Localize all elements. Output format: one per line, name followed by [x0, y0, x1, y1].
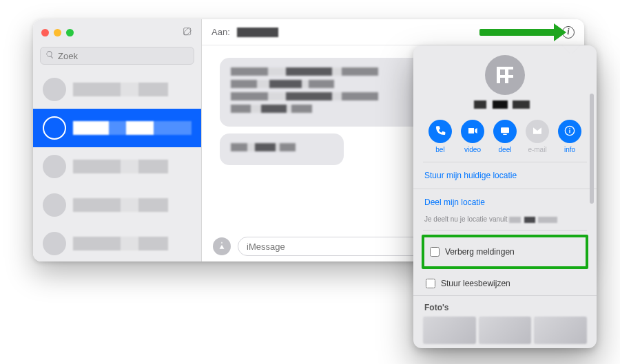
- info-icon: [564, 125, 575, 138]
- recipient-name[interactable]: [237, 28, 278, 37]
- compose-new-message-button[interactable]: [182, 26, 193, 39]
- action-label: deel: [499, 146, 512, 153]
- mail-icon: [532, 125, 543, 138]
- conversation-preview: [73, 83, 192, 96]
- avatar: [43, 193, 66, 217]
- avatar: [43, 155, 66, 178]
- search-icon: [45, 50, 58, 61]
- hide-alerts-row[interactable]: Verberg meldingen: [427, 240, 583, 264]
- hide-alerts-checkbox[interactable]: [430, 247, 440, 257]
- call-button[interactable]: bel: [426, 120, 455, 153]
- action-label: e-mail: [528, 146, 546, 153]
- tutorial-highlight: Verberg meldingen: [422, 235, 588, 269]
- avatar: [43, 116, 66, 140]
- sidebar: [33, 19, 202, 261]
- email-button: e-mail: [523, 120, 552, 153]
- contact-actions: bel video deel e-mail info: [423, 116, 587, 162]
- send-read-receipts-label: Stuur leesbewijzen: [441, 279, 510, 288]
- share-button[interactable]: deel: [490, 120, 519, 153]
- avatar: [43, 232, 66, 255]
- contact-header: [423, 45, 587, 116]
- conversation-item[interactable]: [33, 224, 201, 261]
- photo-thumbnail[interactable]: [534, 317, 587, 344]
- close-window-button[interactable]: [41, 29, 49, 36]
- photo-thumbnail[interactable]: [479, 317, 532, 344]
- contact-name: [474, 100, 536, 109]
- conversation-preview: [73, 121, 192, 135]
- zoom-window-button[interactable]: [66, 29, 74, 36]
- conversation-item[interactable]: [33, 70, 201, 109]
- apps-button[interactable]: [213, 237, 231, 255]
- svg-rect-2: [503, 133, 506, 134]
- action-label: video: [464, 146, 481, 153]
- contact-avatar[interactable]: [485, 55, 525, 95]
- titlebar: [33, 19, 201, 45]
- recipient-bar: Aan: i: [202, 19, 584, 45]
- action-label: bel: [435, 146, 444, 153]
- send-current-location-link[interactable]: Stuur mijn huidige locatie: [423, 162, 587, 189]
- to-label: Aan:: [211, 27, 230, 37]
- photos-section-title: Foto's: [423, 296, 587, 317]
- minimize-window-button[interactable]: [54, 29, 61, 36]
- search-field[interactable]: [40, 47, 194, 65]
- tutorial-arrow: [479, 29, 555, 36]
- send-read-receipts-checkbox[interactable]: [426, 279, 435, 288]
- details-popover: bel video deel e-mail info Stuur mijn hu…: [413, 45, 597, 348]
- conversation-item[interactable]: [33, 109, 201, 147]
- svg-rect-5: [569, 128, 570, 129]
- conversation-item[interactable]: [33, 186, 201, 224]
- scrollbar[interactable]: [590, 94, 594, 204]
- conversation-preview: [73, 160, 192, 173]
- screen-share-icon: [499, 125, 510, 138]
- phone-icon: [435, 125, 446, 138]
- avatar: [43, 78, 66, 101]
- photo-thumbnail[interactable]: [423, 317, 476, 344]
- appstore-icon: [217, 241, 227, 253]
- search-input[interactable]: [58, 51, 189, 61]
- sharing-status: Je deelt nu je locatie vanuit: [423, 215, 587, 231]
- photos-grid: [423, 317, 587, 344]
- info-button[interactable]: info: [555, 120, 584, 153]
- conversation-list: [33, 70, 201, 261]
- hide-alerts-label: Verberg meldingen: [445, 247, 515, 257]
- svg-rect-4: [569, 129, 570, 133]
- conversation-preview: [73, 237, 192, 250]
- send-read-receipts-row[interactable]: Stuur leesbewijzen: [423, 272, 587, 295]
- video-button[interactable]: video: [458, 120, 487, 153]
- message-bubble: [220, 133, 344, 165]
- video-icon: [467, 125, 478, 138]
- svg-rect-1: [501, 127, 509, 133]
- conversation-item[interactable]: [33, 147, 201, 186]
- message-bubble: [220, 58, 426, 127]
- action-label: info: [564, 146, 575, 153]
- share-location-link[interactable]: Deel mijn locatie: [423, 189, 587, 215]
- conversation-preview: [73, 198, 192, 212]
- window-controls: [41, 29, 74, 36]
